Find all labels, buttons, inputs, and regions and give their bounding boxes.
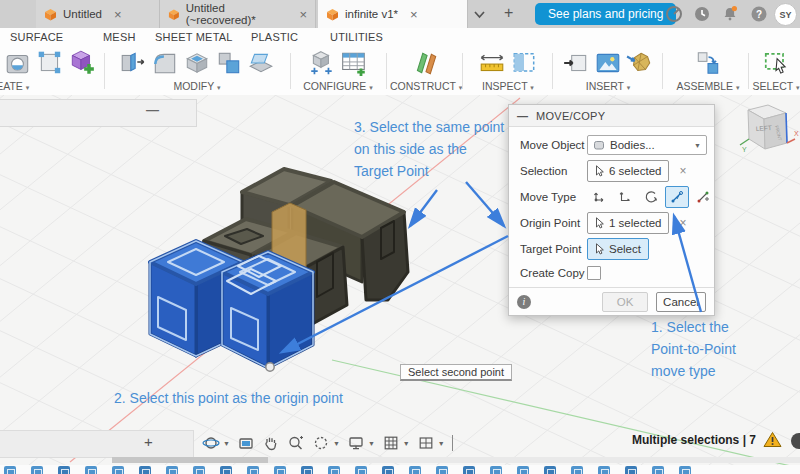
clear-origin-icon[interactable]: × xyxy=(679,216,686,230)
timeline-feature-icon[interactable] xyxy=(301,466,313,474)
move-type-rotate-icon[interactable] xyxy=(639,186,663,208)
tab-close-icon[interactable]: × xyxy=(299,8,307,21)
browser-panel-collapsed[interactable]: — xyxy=(0,99,197,127)
group-label-construct[interactable]: CONSTRUCT ▾ xyxy=(390,80,462,92)
origin-point-button[interactable]: 1 selected xyxy=(587,212,669,234)
tab-infinite-v1[interactable]: infinite v1* × xyxy=(318,0,468,28)
tab-untitled-recovered[interactable]: Untitled (~recovered)* × xyxy=(160,0,316,28)
plans-pricing-button[interactable]: See plans and pricing xyxy=(535,3,676,25)
tab-utilities[interactable]: UTILITIES xyxy=(330,31,383,43)
horizontal-scrollbar[interactable] xyxy=(112,457,800,463)
tab-untitled[interactable]: Untitled × xyxy=(36,0,160,28)
move-type-translate-icon[interactable] xyxy=(613,186,637,208)
fit-icon[interactable] xyxy=(312,434,330,452)
section-analysis-icon[interactable] xyxy=(510,49,538,77)
combine-icon[interactable] xyxy=(215,49,243,77)
split-body-icon[interactable] xyxy=(247,49,275,77)
dialog-header[interactable]: — MOVE/COPY xyxy=(509,105,714,127)
info-icon[interactable]: i xyxy=(517,295,531,309)
group-label-insert[interactable]: INSERT ▾ xyxy=(556,80,660,92)
timeline-feature-icon[interactable] xyxy=(436,466,448,474)
fillet-icon[interactable] xyxy=(151,49,179,77)
tab-close-icon[interactable]: × xyxy=(114,8,122,21)
viewports-dropdown-caret[interactable]: ▼ xyxy=(438,440,445,447)
origin-point-marker[interactable] xyxy=(266,363,274,371)
timeline-feature-icon[interactable] xyxy=(463,466,475,474)
orbit-icon[interactable] xyxy=(202,434,220,452)
ok-button[interactable]: OK xyxy=(602,292,648,312)
model-bodies[interactable] xyxy=(150,169,408,371)
tab-list-chevron-icon[interactable] xyxy=(474,10,485,19)
timeline-feature-icon[interactable] xyxy=(31,466,43,474)
pan-icon[interactable] xyxy=(262,434,280,452)
sketch-icon[interactable] xyxy=(36,49,64,77)
timeline-feature-icon[interactable] xyxy=(382,466,394,474)
press-pull-icon[interactable] xyxy=(119,49,147,77)
status-icon[interactable] xyxy=(791,433,800,449)
group-label-select[interactable]: SELECT ▾ xyxy=(752,80,800,92)
help-icon[interactable]: ? xyxy=(750,5,768,23)
tab-plastic[interactable]: PLASTIC xyxy=(251,31,298,43)
group-label-assemble[interactable]: ASSEMBLE ▾ xyxy=(666,80,750,92)
scrollbar-thumb[interactable] xyxy=(112,457,268,463)
zoom-icon[interactable] xyxy=(287,434,305,452)
timeline-feature-icon[interactable] xyxy=(4,466,16,474)
display-dropdown-caret[interactable]: ▼ xyxy=(368,440,375,447)
insert-derive-icon[interactable] xyxy=(562,49,590,77)
cancel-button[interactable]: Cancel xyxy=(656,292,706,312)
group-label-create[interactable]: CREATE ▾ xyxy=(0,80,29,92)
insert-mesh-icon[interactable] xyxy=(626,49,654,77)
timeline-feature-icon[interactable] xyxy=(328,466,340,474)
create-copy-checkbox[interactable] xyxy=(587,266,601,280)
timeline-feature-icon[interactable] xyxy=(247,466,259,474)
grid-dropdown-caret[interactable]: ▼ xyxy=(403,440,410,447)
group-label-modify[interactable]: MODIFY ▾ xyxy=(108,80,286,92)
grid-settings-icon[interactable] xyxy=(382,434,400,452)
display-settings-icon[interactable] xyxy=(347,434,365,452)
view-cube[interactable]: LEFT FRONT Y X xyxy=(728,103,800,167)
timeline-feature-icon[interactable] xyxy=(58,466,70,474)
selected-body-right[interactable] xyxy=(222,252,313,368)
timeline-feature-icon[interactable] xyxy=(220,466,232,474)
timeline-feature-icon[interactable] xyxy=(571,466,583,474)
dialog-collapse-icon[interactable]: — xyxy=(517,110,528,122)
new-component-icon[interactable] xyxy=(68,49,96,77)
measure-icon[interactable] xyxy=(478,49,506,77)
warning-icon[interactable] xyxy=(763,431,782,448)
group-label-configure[interactable]: CONFIGURE ▾ xyxy=(294,80,382,92)
selection-button[interactable]: 6 selected xyxy=(587,160,669,182)
add-icon[interactable]: + xyxy=(144,433,153,450)
timeline-feature-icon[interactable] xyxy=(139,466,151,474)
hole-icon[interactable] xyxy=(4,49,32,77)
move-type-free-icon[interactable] xyxy=(587,186,611,208)
timeline-feature-icon[interactable] xyxy=(193,466,205,474)
orbit-dropdown-caret[interactable]: ▼ xyxy=(223,440,230,447)
look-at-icon[interactable] xyxy=(237,434,255,452)
group-label-inspect[interactable]: INSPECT ▾ xyxy=(466,80,550,92)
viewports-icon[interactable] xyxy=(417,434,435,452)
notifications-bell-icon[interactable] xyxy=(721,5,739,23)
timeline-group-panel[interactable]: + xyxy=(0,430,194,458)
move-object-dropdown[interactable]: Bodies... ▼ xyxy=(587,135,707,155)
assemble-joint-icon[interactable] xyxy=(694,49,722,77)
timeline-feature-icon[interactable] xyxy=(652,466,664,474)
timeline-feature-icon[interactable] xyxy=(355,466,367,474)
timeline-feature-icon[interactable] xyxy=(517,466,529,474)
model-viewport[interactable]: — LEFT FRONT Y X — MOVE/COPY Move Object xyxy=(0,95,800,474)
timeline-feature-icon[interactable] xyxy=(544,466,556,474)
timeline-feature-icon[interactable] xyxy=(166,466,178,474)
timeline-feature-icon[interactable] xyxy=(274,466,286,474)
tab-close-icon[interactable]: × xyxy=(410,8,418,21)
clear-selection-icon[interactable]: × xyxy=(679,164,686,178)
browser-collapse-icon[interactable]: — xyxy=(146,102,159,117)
tab-mesh[interactable]: MESH xyxy=(103,31,136,43)
timeline-strip[interactable] xyxy=(0,465,800,474)
fit-dropdown-caret[interactable]: ▼ xyxy=(333,440,340,447)
move-type-point-to-position-icon[interactable] xyxy=(691,186,715,208)
timeline-feature-icon[interactable] xyxy=(112,466,124,474)
job-status-icon[interactable] xyxy=(665,5,683,23)
tab-surface[interactable]: SURFACE xyxy=(10,31,63,43)
canvas-image-icon[interactable] xyxy=(594,49,622,77)
tab-sheet-metal[interactable]: SHEET METAL xyxy=(155,31,233,43)
clock-history-icon[interactable] xyxy=(693,5,711,23)
